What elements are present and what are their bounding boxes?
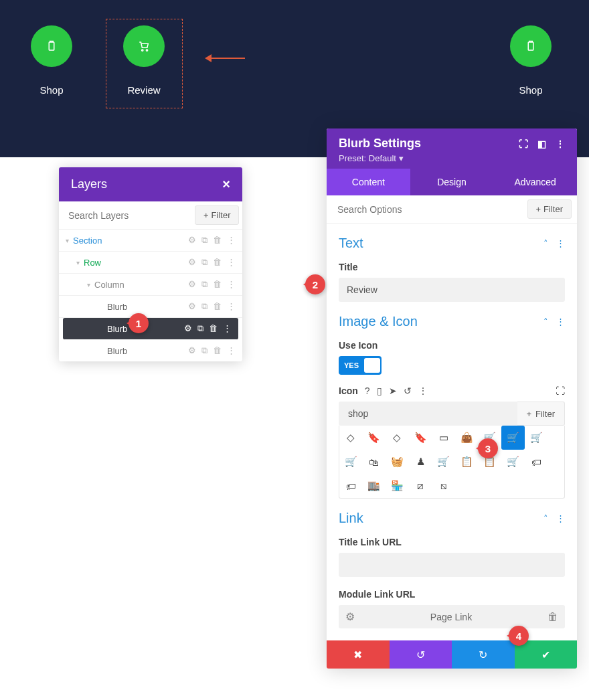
more-icon[interactable]: ⋮ <box>227 235 236 246</box>
fullscreen-icon[interactable]: ⛶ <box>556 385 565 396</box>
save-button[interactable]: ✔ <box>515 640 578 669</box>
more-icon[interactable]: ⋮ <box>556 139 565 149</box>
trash-icon[interactable]: 🗑 <box>213 235 222 246</box>
basket-icon[interactable]: 🧺 <box>386 450 409 474</box>
duplicate-icon[interactable]: ⧉ <box>197 323 203 334</box>
cart-icon[interactable]: 🛒 <box>501 450 525 474</box>
blurb-shop-1[interactable]: Shop <box>15 25 88 96</box>
bag-icon[interactable]: 🛍 <box>363 450 386 474</box>
tag-outline-icon[interactable]: ◇ <box>386 426 409 450</box>
svg-rect-3 <box>528 42 533 50</box>
section-text[interactable]: Text ˄⋮ <box>339 224 565 258</box>
cart-icon[interactable]: 🛒 <box>525 426 548 450</box>
tag-icon[interactable]: 🔖 <box>409 426 432 450</box>
close-icon[interactable]: × <box>222 177 230 192</box>
help-icon[interactable]: ? <box>365 385 370 396</box>
chevron-up-icon[interactable]: ˄ <box>543 317 548 327</box>
blurb-review[interactable]: Review <box>107 25 181 96</box>
tab-content[interactable]: Content <box>327 169 410 195</box>
trash-icon[interactable]: 🗑 <box>213 279 222 290</box>
chevron-up-icon[interactable]: ˄ <box>543 238 548 248</box>
tab-design[interactable]: Design <box>410 169 494 195</box>
layer-blurb-active[interactable]: Blurb ⚙ ⧉ 🗑 ⋮ <box>63 318 238 340</box>
tag-outline-icon[interactable]: ◇ <box>339 426 363 450</box>
pawn-icon[interactable]: ♟ <box>409 450 432 474</box>
layer-blurb[interactable]: Blurb ⚙ ⧉ 🗑 ⋮ <box>59 340 242 361</box>
section-link[interactable]: Link ˄⋮ <box>339 499 565 533</box>
trash-icon[interactable]: 🗑 <box>548 611 558 623</box>
chevron-down-icon[interactable]: ▾ <box>87 281 90 288</box>
layer-row[interactable]: ▾ Row ⚙ ⧉ 🗑 ⋮ <box>59 252 242 274</box>
card-icon[interactable]: ▭ <box>432 426 455 450</box>
gear-icon[interactable]: ⚙ <box>188 301 196 312</box>
tag-icon[interactable]: 🏷 <box>525 450 548 474</box>
duplicate-icon[interactable]: ⧉ <box>201 257 207 268</box>
phone-icon[interactable]: ▯ <box>377 385 382 396</box>
tags-icon[interactable]: 🏷 <box>339 474 363 498</box>
settings-search-row: +Filter <box>327 195 577 224</box>
more-icon[interactable]: ⋮ <box>227 257 236 268</box>
layers-panel: Layers × +Filter ▾ Section ⚙ ⧉ 🗑 ⋮ ▾ Row… <box>59 167 242 361</box>
title-url-input[interactable] <box>339 553 565 577</box>
annotation-badge-4: 4 <box>509 626 529 646</box>
undo-button[interactable]: ↺ <box>390 640 452 669</box>
trash-icon[interactable]: 🗑 <box>213 345 222 356</box>
duplicate-icon[interactable]: ⧉ <box>201 345 207 356</box>
store-icon[interactable]: 🏬 <box>363 474 386 498</box>
cart-icon[interactable]: 🛒 <box>501 426 525 450</box>
cart-icon[interactable]: 🛒 <box>339 450 363 474</box>
more-icon[interactable]: ⋮ <box>556 513 565 523</box>
clipboard-icon[interactable]: 📋 <box>455 450 479 474</box>
gear-icon[interactable]: ⚙ <box>188 279 196 290</box>
cancel-button[interactable]: ✖ <box>327 640 390 669</box>
use-icon-toggle[interactable]: YES <box>339 356 382 375</box>
svg-point-1 <box>142 50 143 51</box>
chevron-up-icon[interactable]: ˄ <box>543 513 548 523</box>
layers-filter-button[interactable]: +Filter <box>195 205 239 225</box>
cursor-icon[interactable]: ➤ <box>389 385 397 396</box>
store-icon[interactable]: 🏪 <box>386 474 409 498</box>
reset-icon[interactable]: ↺ <box>404 385 412 396</box>
more-icon[interactable]: ⋮ <box>556 317 565 327</box>
cart-icon[interactable]: 🛒 <box>432 450 455 474</box>
gear-icon[interactable]: ⚙ <box>345 610 355 623</box>
gear-icon[interactable]: ⚙ <box>188 235 196 246</box>
settings-search-input[interactable] <box>327 197 527 222</box>
store-slash-icon[interactable]: ⧅ <box>432 474 455 498</box>
trash-icon[interactable]: 🗑 <box>213 301 222 312</box>
duplicate-icon[interactable]: ⧉ <box>201 301 207 312</box>
title-input[interactable] <box>339 278 565 302</box>
gear-icon[interactable]: ⚙ <box>184 323 192 334</box>
layer-section[interactable]: ▾ Section ⚙ ⧉ 🗑 ⋮ <box>59 230 242 252</box>
blurb-shop-2[interactable]: Shop <box>494 25 568 96</box>
expand-icon[interactable]: ⛶ <box>519 139 528 149</box>
redo-button[interactable]: ↻ <box>452 640 515 669</box>
layers-search-input[interactable] <box>59 203 195 228</box>
more-icon[interactable]: ⋮ <box>223 323 232 334</box>
layer-column[interactable]: ▾ Column ⚙ ⧉ 🗑 ⋮ <box>59 274 242 296</box>
gear-icon[interactable]: ⚙ <box>188 345 196 356</box>
more-icon[interactable]: ⋮ <box>556 238 565 248</box>
more-icon[interactable]: ⋮ <box>418 385 428 396</box>
icon-search-input[interactable] <box>339 402 517 426</box>
more-icon[interactable]: ⋮ <box>227 301 236 312</box>
chevron-down-icon[interactable]: ▾ <box>76 259 80 266</box>
tag-icon[interactable]: 🔖 <box>363 426 386 450</box>
more-icon[interactable]: ⋮ <box>227 345 236 356</box>
more-icon[interactable]: ⋮ <box>227 279 236 290</box>
columns-icon[interactable]: ◧ <box>537 139 546 149</box>
duplicate-icon[interactable]: ⧉ <box>201 235 207 246</box>
trash-icon[interactable]: 🗑 <box>213 257 222 268</box>
gear-icon[interactable]: ⚙ <box>188 257 196 268</box>
store-slash-icon[interactable]: ⧄ <box>409 474 432 498</box>
layer-blurb[interactable]: Blurb ⚙ ⧉ 🗑 ⋮ <box>59 296 242 318</box>
chevron-down-icon[interactable]: ▾ <box>66 237 69 244</box>
trash-icon[interactable]: 🗑 <box>209 323 218 334</box>
section-image-icon[interactable]: Image & Icon ˄⋮ <box>339 302 565 336</box>
module-url-row[interactable]: ⚙ Page Link 🗑 <box>339 605 565 628</box>
tab-advanced[interactable]: Advanced <box>493 169 577 195</box>
preset-dropdown[interactable]: Preset: Default ▾ <box>339 153 565 163</box>
duplicate-icon[interactable]: ⧉ <box>201 279 207 290</box>
settings-filter-button[interactable]: +Filter <box>527 199 572 219</box>
icon-filter-button[interactable]: +Filter <box>517 402 565 426</box>
